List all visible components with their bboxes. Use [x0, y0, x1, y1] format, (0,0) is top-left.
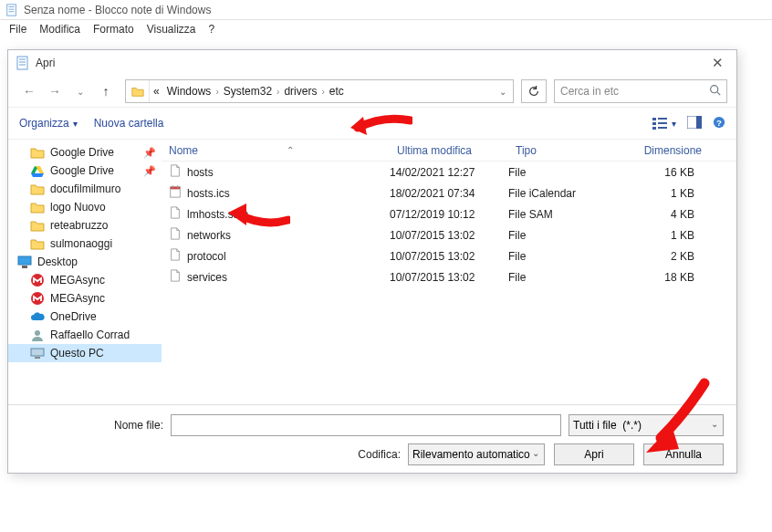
- desktop-icon: [17, 256, 32, 268]
- file-name: hosts.ics: [187, 187, 230, 200]
- file-name: protocol: [187, 250, 226, 263]
- tree-item[interactable]: Desktop: [8, 253, 162, 271]
- filename-label: Nome file:: [114, 419, 163, 432]
- menu-help[interactable]: ?: [209, 23, 215, 36]
- file-type: File: [508, 166, 618, 179]
- tree-item-label: Raffaello Corrad: [50, 329, 130, 341]
- tree-item-label: MEGAsync: [50, 292, 105, 305]
- file-row[interactable]: hosts.ics18/02/2021 07:34File iCalendar1…: [162, 183, 736, 203]
- column-modified[interactable]: Ultima modifica: [390, 144, 508, 157]
- svg-rect-24: [22, 266, 27, 268]
- file-icon: [169, 164, 182, 180]
- column-name[interactable]: Nome⌃: [162, 144, 390, 157]
- folder-icon: [30, 237, 45, 250]
- folder-icon: [30, 219, 45, 232]
- tree-item[interactable]: docufilmilmuro: [8, 180, 162, 198]
- tree-item-label: Google Drive: [50, 146, 114, 159]
- breadcrumb-etc[interactable]: etc: [326, 85, 348, 98]
- folder-tree[interactable]: Google Drive📌Google Drive📌docufilmilmuro…: [8, 140, 162, 404]
- gdrive-icon: [30, 164, 45, 177]
- preview-pane-button[interactable]: [687, 116, 702, 131]
- breadcrumb-drivers[interactable]: drivers: [280, 85, 320, 98]
- file-row[interactable]: lmhosts.sam07/12/2019 10:12File SAM4 KB: [162, 203, 736, 224]
- file-row[interactable]: protocol10/07/2015 13:02File2 KB: [162, 245, 736, 266]
- tree-item-label: logo Nuovo: [50, 201, 106, 214]
- file-list: Nome⌃ Ultima modifica Tipo Dimensione ho…: [162, 140, 736, 404]
- file-name: lmhosts.sam: [187, 208, 248, 221]
- folder-icon: [30, 183, 45, 195]
- search-input[interactable]: Cerca in etc: [554, 79, 727, 103]
- file-size: 4 KB: [618, 208, 709, 221]
- breadcrumb-prefix[interactable]: «: [150, 85, 163, 98]
- back-button[interactable]: ←: [17, 79, 41, 103]
- encoding-select[interactable]: [408, 443, 545, 465]
- open-dialog: Apri ✕ ← → ⌄ ↑ « Windows› System32› driv…: [7, 49, 737, 474]
- tree-item-label: Questo PC: [50, 347, 104, 360]
- svg-rect-29: [35, 357, 40, 359]
- forward-button[interactable]: →: [43, 79, 67, 103]
- svg-rect-28: [31, 349, 44, 356]
- new-folder-button[interactable]: Nuova cartella: [94, 117, 164, 130]
- tree-item[interactable]: OneDrive: [8, 308, 162, 326]
- tree-item[interactable]: Questo PC: [8, 344, 162, 362]
- nav-row: ← → ⌄ ↑ « Windows› System32› drivers› et…: [8, 76, 736, 107]
- refresh-button[interactable]: [521, 79, 547, 103]
- filename-input[interactable]: [171, 414, 561, 436]
- search-icon: [709, 84, 721, 99]
- file-name: hosts: [187, 166, 214, 179]
- open-button[interactable]: Apri: [554, 443, 634, 465]
- tree-item[interactable]: Google Drive📌: [8, 143, 162, 162]
- tree-item-label: sulmonaoggi: [50, 237, 112, 250]
- dialog-title: Apri: [36, 57, 55, 69]
- column-size[interactable]: Dimensione: [618, 144, 709, 157]
- recent-dropdown[interactable]: ⌄: [68, 79, 92, 103]
- file-row[interactable]: services10/07/2015 13:02File18 KB: [162, 266, 736, 287]
- view-options-button[interactable]: ▾: [652, 117, 676, 130]
- tree-item[interactable]: Raffaello Corrad: [8, 326, 162, 344]
- svg-marker-22: [31, 173, 44, 177]
- file-modified: 18/02/2021 07:34: [390, 187, 508, 200]
- tree-item[interactable]: MEGAsync: [8, 289, 162, 308]
- organize-button[interactable]: Organizza▾: [19, 117, 78, 130]
- menu-edit[interactable]: Modifica: [39, 23, 80, 36]
- column-type[interactable]: Tipo: [508, 144, 618, 157]
- file-size: 18 KB: [618, 271, 709, 284]
- address-bar[interactable]: « Windows› System32› drivers› etc ⌄: [125, 79, 514, 103]
- file-filter-select[interactable]: [569, 414, 724, 436]
- menu-view[interactable]: Visualizza: [147, 23, 196, 36]
- tree-item-label: MEGAsync: [50, 274, 105, 287]
- folder-icon: [126, 80, 150, 102]
- chevron-down-icon: ▾: [73, 119, 78, 129]
- cancel-button[interactable]: Annulla: [643, 443, 724, 465]
- tree-item[interactable]: Google Drive📌: [8, 162, 162, 180]
- encoding-label: Codifica:: [358, 448, 401, 461]
- breadcrumb-system32[interactable]: System32: [220, 85, 276, 98]
- file-row[interactable]: hosts14/02/2021 12:27File16 KB: [162, 162, 736, 183]
- file-row[interactable]: networks10/07/2015 13:02File1 KB: [162, 224, 736, 245]
- menu-file[interactable]: File: [9, 23, 26, 36]
- notepad-icon: [5, 4, 18, 16]
- file-icon: [169, 185, 182, 201]
- file-type: File: [508, 271, 618, 284]
- svg-point-8: [711, 86, 718, 93]
- tree-item[interactable]: logo Nuovo: [8, 198, 162, 216]
- tree-item[interactable]: MEGAsync: [8, 271, 162, 289]
- tree-item[interactable]: sulmonaoggi: [8, 235, 162, 253]
- breadcrumb-windows[interactable]: Windows: [163, 85, 215, 98]
- search-placeholder: Cerca in etc: [560, 85, 619, 98]
- user-icon: [30, 329, 45, 341]
- file-name: services: [187, 271, 227, 284]
- pin-icon: 📌: [143, 147, 156, 159]
- address-dropdown[interactable]: ⌄: [491, 80, 513, 102]
- help-button[interactable]: ?: [713, 116, 725, 131]
- up-button[interactable]: ↑: [94, 79, 118, 103]
- close-icon[interactable]: ✕: [706, 55, 729, 71]
- toolbar: Organizza▾ Nuova cartella ▾ ?: [8, 107, 736, 140]
- file-type: File: [508, 229, 618, 242]
- file-modified: 14/02/2021 12:27: [390, 166, 508, 179]
- svg-rect-4: [17, 57, 27, 69]
- svg-rect-17: [696, 116, 702, 129]
- menu-format[interactable]: Formato: [93, 23, 134, 36]
- file-type: File: [508, 250, 618, 263]
- tree-item[interactable]: reteabruzzo: [8, 216, 162, 235]
